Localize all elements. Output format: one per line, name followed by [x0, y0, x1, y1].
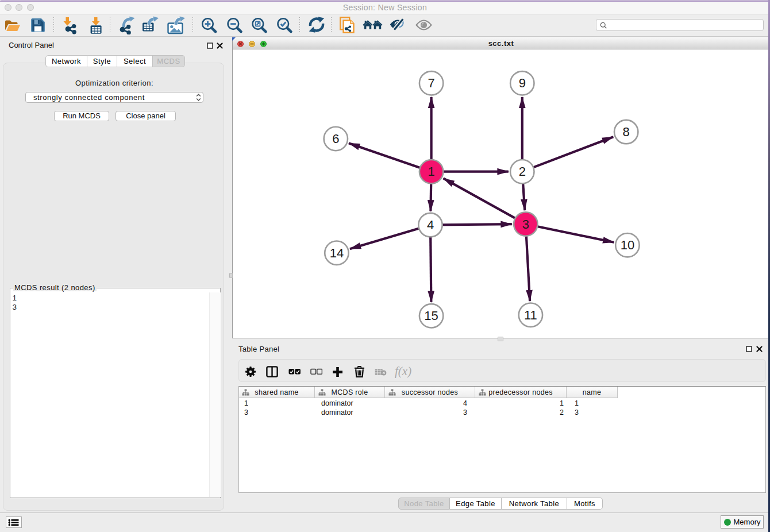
svg-text:11: 11	[524, 308, 537, 322]
svg-text:6: 6	[332, 132, 339, 146]
svg-text:8: 8	[623, 125, 630, 139]
svg-text:7: 7	[428, 76, 434, 90]
svg-text:10: 10	[621, 238, 634, 252]
svg-text:1: 1	[428, 164, 434, 179]
svg-text:2: 2	[519, 164, 526, 179]
svg-text:14: 14	[330, 246, 344, 260]
svg-text:3: 3	[522, 217, 529, 232]
svg-text:9: 9	[519, 76, 526, 90]
svg-text:15: 15	[424, 309, 438, 323]
svg-text:4: 4	[427, 218, 434, 232]
